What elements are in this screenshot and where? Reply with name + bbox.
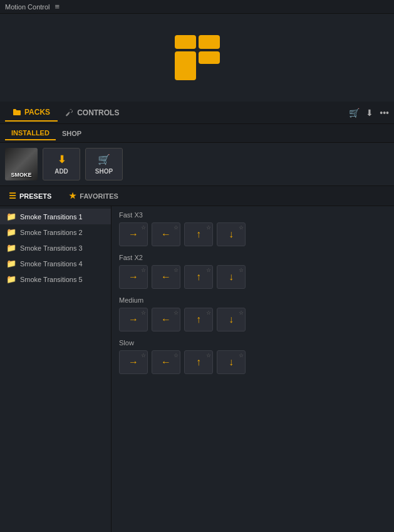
preset-item-up[interactable]: ↑ ☆	[184, 265, 213, 289]
shop-icon: 🛒	[98, 154, 110, 165]
preset-items: → ☆ ← ☆ ↑ ☆ ↓ ☆	[119, 222, 386, 246]
preset-item-up[interactable]: ↑ ☆	[184, 222, 213, 246]
star-icon: ★	[69, 191, 76, 201]
preset-item-left[interactable]: ← ☆	[152, 265, 180, 289]
favorite-star[interactable]: ☆	[239, 267, 244, 273]
arrow-right-icon: →	[128, 229, 138, 240]
preset-item-down[interactable]: ↓ ☆	[217, 222, 246, 246]
preset-item-right[interactable]: → ☆	[119, 350, 148, 374]
favorite-star[interactable]: ☆	[141, 310, 146, 316]
main-tabs: PACKS CONTROLS 🛒 ⬇ •••	[0, 102, 394, 124]
sidebar-item-label: Smoke Transitions 3	[20, 244, 83, 252]
favorite-star[interactable]: ☆	[206, 267, 211, 273]
tab-packs[interactable]: PACKS	[5, 104, 58, 122]
preset-tab-presets[interactable]: ☰ PRESETS	[5, 189, 55, 203]
preset-items: → ☆ ← ☆ ↑ ☆ ↓ ☆	[119, 265, 386, 289]
favorite-star[interactable]: ☆	[206, 224, 211, 231]
menu-icon[interactable]: ≡	[55, 2, 60, 11]
cart-icon[interactable]: 🛒	[349, 108, 360, 118]
preset-item-down[interactable]: ↓ ☆	[217, 265, 246, 289]
favorite-star[interactable]: ☆	[174, 310, 179, 316]
favorite-star[interactable]: ☆	[141, 224, 146, 231]
preset-group-medium: Medium → ☆ ← ☆ ↑ ☆ ↓ ☆	[119, 296, 386, 331]
preset-item-left[interactable]: ← ☆	[152, 350, 180, 374]
arrow-up-icon: ↑	[196, 357, 201, 368]
favorite-star[interactable]: ☆	[239, 224, 244, 231]
favorite-star[interactable]: ☆	[141, 352, 146, 358]
app-title: Motion Control	[5, 3, 50, 11]
arrow-down-icon: ↓	[229, 229, 234, 240]
favorite-star[interactable]: ☆	[174, 224, 179, 231]
folder-icon: 📁	[6, 274, 16, 284]
arrow-right-icon: →	[128, 357, 138, 368]
folder-icon	[13, 108, 21, 117]
arrow-left-icon: ←	[161, 357, 171, 368]
app-logo	[172, 33, 222, 83]
preset-item-right[interactable]: → ☆	[119, 265, 148, 289]
presets-tabs-row: ☰ PRESETS ★ FAVORITES	[0, 186, 394, 206]
arrow-left-icon: ←	[161, 271, 171, 283]
presets-panel: Fast X3 → ☆ ← ☆ ↑ ☆ ↓ ☆ Fast X2 → ☆ ← ☆ …	[111, 206, 394, 532]
arrow-down-icon: ↓	[229, 314, 234, 325]
favorite-star[interactable]: ☆	[239, 310, 244, 316]
folder-icon: 📁	[6, 227, 16, 237]
preset-item-right[interactable]: → ☆	[119, 222, 148, 246]
preset-item-up[interactable]: ↑ ☆	[184, 350, 213, 374]
download-icon[interactable]: ⬇	[366, 108, 373, 118]
pack-row: SMOKE ⬇ ADD 🛒 SHOP	[0, 143, 394, 186]
more-icon[interactable]: •••	[380, 108, 389, 118]
header: Motion Control ≡	[0, 0, 394, 14]
sidebar-item-smoke-transitions-1[interactable]: 📁 Smoke Transitions 1	[0, 209, 111, 224]
sidebar-item-smoke-transitions-3[interactable]: 📁 Smoke Transitions 3	[0, 240, 111, 256]
shop-label: SHOP	[95, 168, 113, 175]
favorite-star[interactable]: ☆	[141, 267, 146, 273]
arrow-down-icon: ↓	[229, 357, 234, 368]
pack-thumb-label: SMOKE	[11, 172, 31, 178]
arrow-right-icon: →	[128, 314, 138, 325]
folder-icon: 📁	[6, 243, 16, 253]
favorite-star[interactable]: ☆	[174, 267, 179, 273]
subtab-shop[interactable]: SHOP	[56, 127, 88, 140]
preset-item-up[interactable]: ↑ ☆	[184, 308, 213, 331]
preset-group-label: Fast X2	[119, 254, 386, 261]
add-pack-button[interactable]: ⬇ ADD	[43, 148, 80, 180]
subtab-installed[interactable]: INSTALLED	[5, 127, 56, 140]
preset-item-down[interactable]: ↓ ☆	[217, 308, 246, 331]
favorite-star[interactable]: ☆	[206, 352, 211, 358]
add-icon: ⬇	[58, 154, 66, 165]
arrow-left-icon: ←	[161, 314, 171, 325]
svg-rect-1	[199, 35, 220, 49]
presets-label: PRESETS	[19, 192, 51, 200]
preset-group-label: Slow	[119, 339, 386, 347]
arrow-down-icon: ↓	[229, 271, 234, 283]
sidebar-item-smoke-transitions-5[interactable]: 📁 Smoke Transitions 5	[0, 271, 111, 287]
preset-items: → ☆ ← ☆ ↑ ☆ ↓ ☆	[119, 308, 386, 331]
sidebar-item-label: Smoke Transitions 2	[20, 229, 83, 236]
tab-controls-label: CONTROLS	[77, 108, 119, 117]
wrench-icon	[65, 108, 74, 117]
preset-item-left[interactable]: ← ☆	[152, 222, 180, 246]
add-label: ADD	[54, 168, 68, 175]
folder-icon: 📁	[6, 212, 16, 221]
preset-item-left[interactable]: ← ☆	[152, 308, 180, 331]
sidebar-item-smoke-transitions-4[interactable]: 📁 Smoke Transitions 4	[0, 256, 111, 271]
arrow-up-icon: ↑	[196, 271, 201, 283]
tab-controls[interactable]: CONTROLS	[58, 105, 127, 121]
pack-thumbnail: SMOKE	[5, 148, 38, 180]
preset-item-right[interactable]: → ☆	[119, 308, 148, 331]
preset-group-fast-x3: Fast X3 → ☆ ← ☆ ↑ ☆ ↓ ☆	[119, 211, 386, 246]
preset-tab-favorites[interactable]: ★ FAVORITES	[65, 189, 122, 203]
arrow-up-icon: ↑	[196, 229, 201, 240]
shop-pack-button[interactable]: 🛒 SHOP	[85, 148, 123, 180]
favorites-label: FAVORITES	[80, 192, 118, 200]
sidebar-item-smoke-transitions-2[interactable]: 📁 Smoke Transitions 2	[0, 224, 111, 240]
preset-item-down[interactable]: ↓ ☆	[217, 350, 246, 374]
logo-area	[0, 14, 394, 102]
favorite-star[interactable]: ☆	[206, 310, 211, 316]
sidebar: 📁 Smoke Transitions 1 📁 Smoke Transition…	[0, 206, 111, 532]
arrow-up-icon: ↑	[196, 314, 201, 325]
favorite-star[interactable]: ☆	[239, 352, 244, 358]
svg-rect-3	[199, 51, 220, 64]
favorite-star[interactable]: ☆	[174, 352, 179, 358]
svg-rect-0	[175, 35, 196, 49]
